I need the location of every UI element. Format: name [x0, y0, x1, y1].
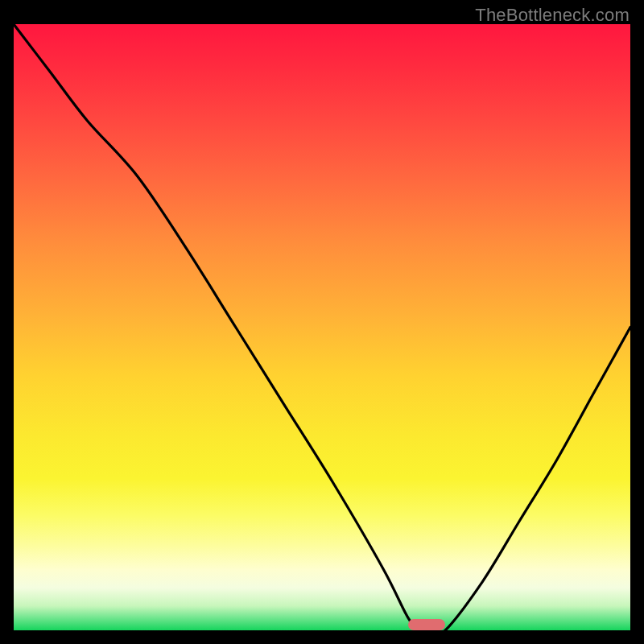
watermark-text: TheBottleneck.com — [475, 5, 630, 26]
optimal-range-marker — [408, 619, 445, 630]
chart-frame: TheBottleneck.com — [0, 0, 644, 644]
curve-path — [14, 24, 630, 630]
bottleneck-curve — [14, 24, 630, 630]
plot-area — [14, 24, 630, 630]
